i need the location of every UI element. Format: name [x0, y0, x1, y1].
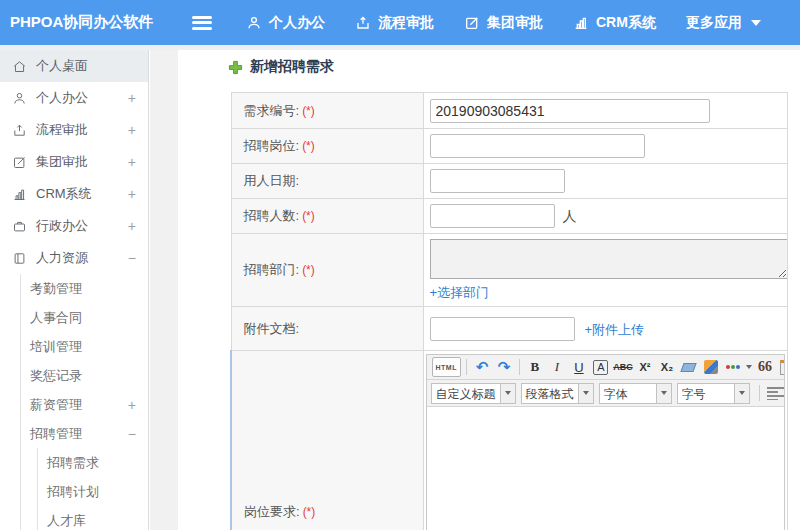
superscript-button[interactable]: X² — [635, 357, 655, 377]
sidebar-item-training[interactable]: 培训管理 — [21, 332, 148, 361]
sidebar: 个人桌面 个人办公 + 流程审批 + 集团审批 + CRM系统 + 行政办公 + — [0, 50, 149, 530]
date-input[interactable] — [430, 169, 565, 193]
nav-label: 个人办公 — [269, 14, 325, 32]
field-label: 需求编号: — [244, 103, 300, 118]
color-palette-button[interactable] — [723, 357, 743, 377]
expand-plus-icon[interactable]: + — [128, 186, 136, 202]
position-label-cell: 招聘岗位:(*) — [231, 129, 423, 164]
caret-down-icon — [583, 391, 589, 395]
date-field-cell — [423, 164, 788, 199]
attachment-upload-link[interactable]: +附件上传 — [585, 322, 645, 337]
sidebar-item-hr[interactable]: 人力资源 − — [0, 242, 148, 274]
sidebar-item-recruit-plan[interactable]: 招聘计划 — [38, 477, 148, 506]
eraser-button[interactable] — [679, 357, 699, 377]
custom-title-dropdown[interactable]: 自定义标题 — [431, 383, 516, 404]
department-textarea[interactable] — [430, 239, 788, 279]
nav-workflow-approval[interactable]: 流程审批 — [355, 14, 434, 32]
caret-down-icon — [751, 20, 761, 26]
blockquote-button[interactable]: 66 — [755, 357, 775, 377]
sidebar-item-hr-contract[interactable]: 人事合同 — [21, 303, 148, 332]
redo-button[interactable]: ↷ — [494, 357, 514, 377]
sidebar-item-reward-punish[interactable]: 奖惩记录 — [21, 361, 148, 390]
editor-toolbar-row2: 自定义标题 段落格式 字体 字号 — [427, 380, 785, 407]
sidebar-item-desktop[interactable]: 个人桌面 — [0, 50, 148, 82]
nav-label: 更多应用 — [686, 14, 742, 32]
sidebar-item-attendance[interactable]: 考勤管理 — [21, 274, 148, 303]
sidebar-item-recruit-mgmt[interactable]: 招聘管理− — [21, 419, 148, 448]
nav-group-approval[interactable]: 集团审批 — [464, 14, 543, 32]
font-family-dropdown[interactable]: 字体 — [599, 383, 672, 404]
paragraph-format-dropdown[interactable]: 段落格式 — [521, 383, 594, 404]
add-plus-icon — [228, 60, 243, 75]
edit-icon — [12, 155, 27, 170]
clipboard-icon: T — [780, 360, 784, 375]
sidebar-item-label: 培训管理 — [30, 338, 82, 356]
select-department-link[interactable]: +选择部门 — [430, 284, 490, 302]
html-source-button[interactable]: HTML — [432, 357, 461, 377]
sidebar-item-talent-pool[interactable]: 人才库 — [38, 506, 148, 530]
nav-personal-office[interactable]: 个人办公 — [246, 14, 325, 32]
required-mark: (*) — [303, 505, 316, 519]
required-mark: (*) — [302, 139, 315, 153]
caret-down-icon[interactable] — [746, 365, 752, 369]
collapse-minus-icon[interactable]: − — [128, 426, 136, 442]
expand-plus-icon[interactable]: + — [128, 397, 136, 413]
sidebar-item-recruit-demand[interactable]: 招聘需求 — [38, 448, 148, 477]
remove-format-button[interactable]: A — [593, 360, 608, 375]
sidebar-item-crm[interactable]: CRM系统 + — [0, 178, 148, 210]
page-title: 新增招聘需求 — [228, 58, 334, 76]
italic-button[interactable]: I — [547, 357, 567, 377]
expand-plus-icon[interactable]: + — [128, 154, 136, 170]
underline-button[interactable]: U — [569, 357, 589, 377]
expand-plus-icon[interactable]: + — [128, 90, 136, 106]
subscript-button[interactable]: X₂ — [657, 357, 677, 377]
position-input[interactable] — [430, 134, 645, 158]
sidebar-item-label: 考勤管理 — [30, 280, 82, 298]
sidebar-item-label: 招聘计划 — [47, 483, 99, 501]
hamburger-menu-icon[interactable] — [192, 16, 212, 30]
main-content: 新增招聘需求 需求编号:(*) 招聘岗位:(*) — [178, 50, 800, 530]
font-size-dropdown[interactable]: 字号 — [677, 383, 750, 404]
strikethrough-button[interactable]: ABC — [613, 357, 633, 377]
nav-more-apps[interactable]: 更多应用 — [686, 14, 761, 32]
sidebar-item-admin-office[interactable]: 行政办公 + — [0, 210, 148, 242]
form-row-position: 招聘岗位:(*) — [231, 129, 788, 164]
headcount-input[interactable] — [430, 204, 555, 228]
undo-button[interactable]: ↶ — [472, 357, 492, 377]
req-no-input[interactable] — [430, 99, 710, 123]
headcount-field-cell: 人 — [423, 199, 788, 234]
recruit-submenu: 招聘需求 招聘计划 人才库 — [37, 448, 148, 530]
sidebar-item-group-approval[interactable]: 集团审批 + — [0, 146, 148, 178]
recruit-demand-form: 需求编号:(*) 招聘岗位:(*) 用人日期: — [230, 92, 788, 530]
expand-plus-icon[interactable]: + — [128, 218, 136, 234]
sidebar-item-workflow-approval[interactable]: 流程审批 + — [0, 114, 148, 146]
form-row-req-no: 需求编号:(*) — [231, 93, 788, 129]
bold-button[interactable]: B — [525, 357, 545, 377]
toolbar-separator — [759, 385, 760, 401]
sidebar-item-label: CRM系统 — [36, 185, 92, 203]
app-logo-title: PHPOA协同办公软件 — [0, 13, 192, 32]
editor-content-area[interactable] — [427, 407, 785, 530]
workflow-icon — [12, 123, 27, 138]
align-left-button[interactable] — [767, 386, 785, 400]
sidebar-item-label: 人才库 — [47, 512, 86, 530]
expand-plus-icon[interactable]: + — [128, 122, 136, 138]
dropdown-value: 自定义标题 — [432, 384, 500, 403]
user-icon — [12, 91, 27, 106]
briefcase-icon — [12, 219, 27, 234]
sidebar-item-personal-office[interactable]: 个人办公 + — [0, 82, 148, 114]
caret-down-icon — [505, 391, 511, 395]
edit-icon — [464, 15, 480, 31]
format-brush-button[interactable] — [701, 357, 721, 377]
field-label: 用人日期: — [244, 173, 300, 188]
eraser-icon — [681, 363, 697, 372]
attachment-input[interactable] — [430, 317, 575, 341]
nav-crm-system[interactable]: CRM系统 — [573, 14, 656, 32]
page-title-text: 新增招聘需求 — [250, 58, 334, 76]
top-nav: 个人办公 流程审批 集团审批 CRM系统 更多应用 — [246, 14, 791, 32]
field-label: 岗位要求: — [244, 504, 300, 519]
paste-button[interactable]: T — [777, 357, 784, 377]
collapse-minus-icon[interactable]: − — [128, 250, 136, 266]
sidebar-item-salary[interactable]: 薪资管理+ — [21, 390, 148, 419]
required-mark: (*) — [302, 104, 315, 118]
